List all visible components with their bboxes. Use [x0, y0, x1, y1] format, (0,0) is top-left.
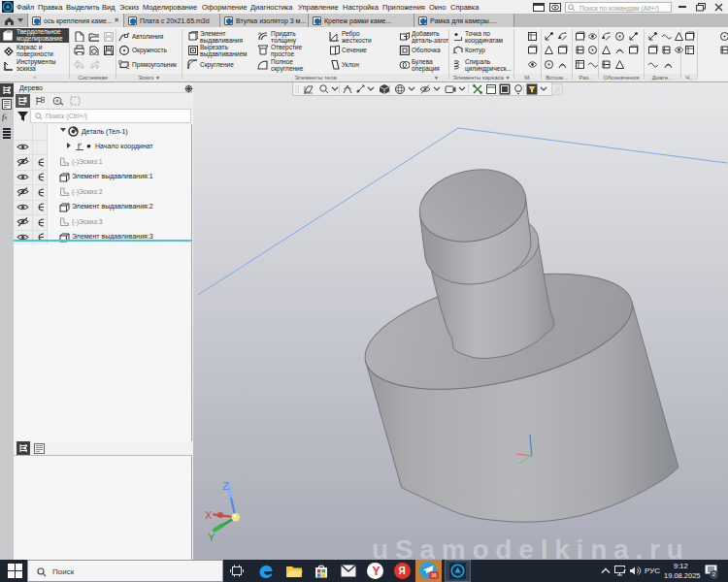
- svg-text:uSamodelkina.ru: uSamodelkina.ru: [372, 534, 690, 560]
- svg-text:Y: Y: [208, 532, 215, 543]
- svg-text:X: X: [205, 509, 213, 521]
- svg-text:Z: Z: [222, 480, 229, 492]
